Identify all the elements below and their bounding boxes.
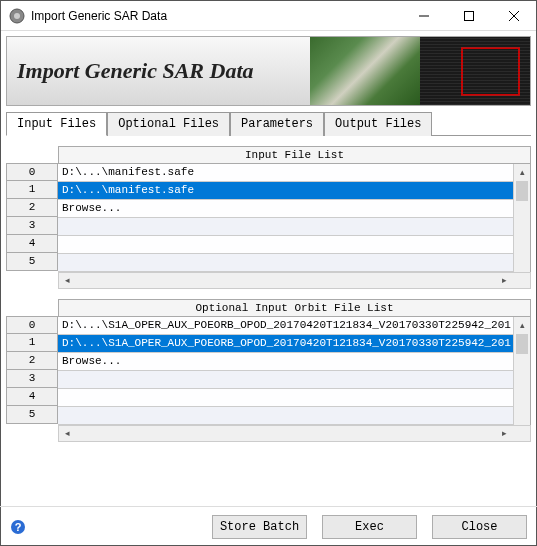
scroll-right-icon: ▸ bbox=[496, 273, 513, 288]
window-controls bbox=[401, 1, 536, 30]
window-title: Import Generic SAR Data bbox=[31, 9, 401, 23]
banner-sar-image bbox=[420, 37, 530, 105]
minimize-button[interactable] bbox=[401, 1, 446, 30]
minimize-icon bbox=[419, 11, 429, 21]
orbit-grid-body: D:\...\S1A_OPER_AUX_POEORB_OPOD_20170420… bbox=[58, 316, 531, 425]
scroll-corner bbox=[513, 273, 530, 288]
scroll-left-icon: ◂ bbox=[59, 273, 76, 288]
row-header[interactable]: 2 bbox=[6, 352, 58, 370]
scroll-thumb[interactable] bbox=[516, 334, 528, 354]
input-row-headers: 0 1 2 3 4 5 bbox=[6, 163, 58, 272]
row-header[interactable]: 5 bbox=[6, 253, 58, 271]
close-button[interactable] bbox=[491, 1, 536, 30]
banner: Import Generic SAR Data bbox=[6, 36, 531, 106]
banner-image bbox=[310, 37, 530, 105]
tab-parameters[interactable]: Parameters bbox=[230, 112, 324, 136]
input-file-row-browse[interactable]: Browse... bbox=[58, 200, 530, 218]
orbit-file-grid: 0 1 2 3 4 5 D:\...\S1A_OPER_AUX_POEORB_O… bbox=[6, 316, 531, 425]
orbit-horizontal-scrollbar[interactable]: ◂ ▸ bbox=[58, 425, 531, 442]
row-header[interactable]: 0 bbox=[6, 316, 58, 334]
banner-aerial-image bbox=[310, 37, 420, 105]
orbit-file-row[interactable]: D:\...\S1A_OPER_AUX_POEORB_OPOD_20170420… bbox=[58, 335, 530, 353]
maximize-icon bbox=[464, 11, 474, 21]
scroll-track[interactable] bbox=[76, 273, 496, 288]
orbit-vertical-scrollbar[interactable]: ▴ bbox=[513, 317, 530, 425]
banner-title: Import Generic SAR Data bbox=[7, 58, 254, 84]
row-header[interactable]: 5 bbox=[6, 406, 58, 424]
close-icon bbox=[509, 11, 519, 21]
svg-point-1 bbox=[14, 13, 20, 19]
scroll-right-icon: ▸ bbox=[496, 426, 513, 441]
scroll-corner bbox=[513, 426, 530, 441]
tabs: Input Files Optional Files Parameters Ou… bbox=[6, 111, 531, 136]
close-dialog-button[interactable]: Close bbox=[432, 515, 527, 539]
orbit-file-row-browse[interactable]: Browse... bbox=[58, 353, 530, 371]
tab-input-files[interactable]: Input Files bbox=[6, 112, 107, 136]
orbit-file-row[interactable] bbox=[58, 371, 530, 389]
orbit-file-list-header: Optional Input Orbit File List bbox=[58, 299, 531, 316]
orbit-file-list-section: Optional Input Orbit File List 0 1 2 3 4… bbox=[6, 299, 531, 442]
input-file-grid: 0 1 2 3 4 5 D:\...\manifest.safe D:\...\… bbox=[6, 163, 531, 272]
scroll-thumb[interactable] bbox=[516, 181, 528, 201]
input-horizontal-scrollbar[interactable]: ◂ ▸ bbox=[58, 272, 531, 289]
row-header[interactable]: 4 bbox=[6, 388, 58, 406]
row-header[interactable]: 0 bbox=[6, 163, 58, 181]
exec-button[interactable]: Exec bbox=[322, 515, 417, 539]
help-icon[interactable]: ? bbox=[10, 519, 26, 535]
footer: ? Store Batch Exec Close bbox=[0, 506, 537, 546]
orbit-row-headers: 0 1 2 3 4 5 bbox=[6, 316, 58, 425]
input-grid-body: D:\...\manifest.safe D:\...\manifest.saf… bbox=[58, 163, 531, 272]
input-file-row[interactable] bbox=[58, 236, 530, 254]
orbit-file-row[interactable] bbox=[58, 407, 530, 425]
titlebar: Import Generic SAR Data bbox=[1, 1, 536, 31]
scroll-up-icon: ▴ bbox=[514, 317, 530, 334]
input-file-list-header: Input File List bbox=[58, 146, 531, 163]
scroll-track[interactable] bbox=[76, 426, 496, 441]
scroll-up-icon: ▴ bbox=[514, 164, 530, 181]
input-file-row[interactable]: D:\...\manifest.safe bbox=[58, 182, 530, 200]
input-file-row[interactable] bbox=[58, 254, 530, 272]
svg-text:?: ? bbox=[15, 521, 22, 533]
svg-rect-3 bbox=[464, 11, 473, 20]
store-batch-button[interactable]: Store Batch bbox=[212, 515, 307, 539]
tab-optional-files[interactable]: Optional Files bbox=[107, 112, 230, 136]
tab-content: Input File List 0 1 2 3 4 5 D:\...\manif… bbox=[1, 136, 536, 457]
row-header[interactable]: 2 bbox=[6, 199, 58, 217]
tab-output-files[interactable]: Output Files bbox=[324, 112, 432, 136]
row-header[interactable]: 1 bbox=[6, 334, 58, 352]
row-header[interactable]: 3 bbox=[6, 217, 58, 235]
maximize-button[interactable] bbox=[446, 1, 491, 30]
input-file-list-section: Input File List 0 1 2 3 4 5 D:\...\manif… bbox=[6, 146, 531, 289]
orbit-file-row[interactable] bbox=[58, 389, 530, 407]
row-header[interactable]: 3 bbox=[6, 370, 58, 388]
app-icon bbox=[9, 8, 25, 24]
orbit-file-row[interactable]: D:\...\S1A_OPER_AUX_POEORB_OPOD_20170420… bbox=[58, 317, 530, 335]
scroll-left-icon: ◂ bbox=[59, 426, 76, 441]
input-vertical-scrollbar[interactable]: ▴ bbox=[513, 164, 530, 272]
row-header[interactable]: 4 bbox=[6, 235, 58, 253]
row-header[interactable]: 1 bbox=[6, 181, 58, 199]
input-file-row[interactable]: D:\...\manifest.safe bbox=[58, 164, 530, 182]
input-file-row[interactable] bbox=[58, 218, 530, 236]
